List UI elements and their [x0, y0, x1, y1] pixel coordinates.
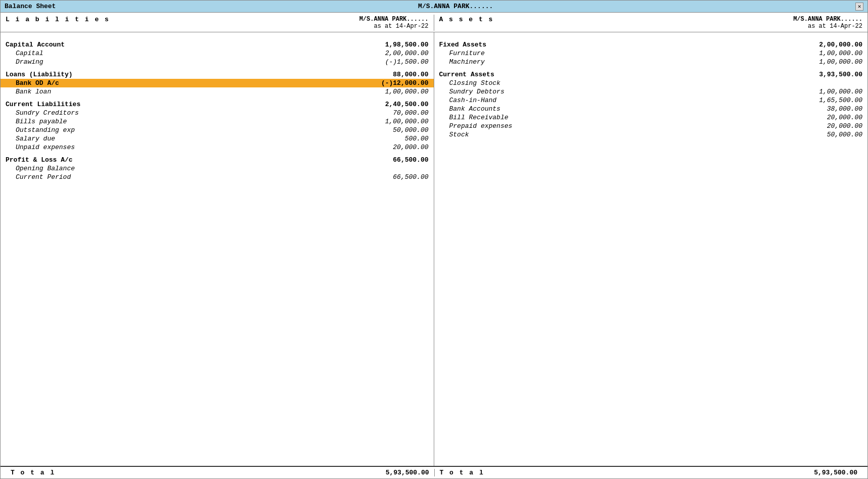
item-value: 20,000.00 — [802, 122, 862, 130]
item-value: 1,00,000.00 — [368, 118, 429, 125]
liabilities-col-header: L i a b i l i t i e s M/S.ANNA PARK.....… — [1, 15, 434, 31]
current-assets-total: 3,93,500.00 — [802, 71, 862, 78]
item-label: Bank OD A/c — [16, 79, 368, 87]
list-item: Machinery1,00,000.00 — [434, 58, 868, 66]
list-item: Cash-in-Hand1,65,500.00 — [434, 96, 868, 105]
assets-label: A s s e t s — [439, 16, 794, 30]
liabilities-total-label: T o t a l — [6, 469, 374, 476]
list-item: Bills payable1,00,000.00 — [1, 117, 434, 126]
list-item: Furniture1,00,000.00 — [434, 49, 868, 58]
item-value: 1,65,500.00 — [802, 97, 862, 104]
item-value: 38,000.00 — [802, 105, 862, 113]
column-headers: L i a b i l i t i e s M/S.ANNA PARK.....… — [1, 13, 867, 32]
current-assets-label: Current Assets — [439, 71, 802, 78]
item-label: Bank Accounts — [449, 105, 802, 113]
list-item: Stock50,000.00 — [434, 130, 868, 139]
liabilities-header: L i a b i l i t i e s M/S.ANNA PARK.....… — [1, 15, 434, 31]
fixed-assets-total: 2,00,000.00 — [802, 41, 862, 49]
section-loans-liability: Loans (Liability)88,000.00 — [1, 70, 434, 79]
assets-company-name: M/S.ANNA PARK...... — [793, 16, 862, 23]
list-item: Prepaid expenses20,000.00 — [434, 122, 868, 130]
liabilities-label: L i a b i l i t i e s — [6, 16, 359, 30]
list-item: Sundry Debtors1,00,000.00 — [434, 87, 868, 96]
list-item: Capital2,00,000.00 — [1, 49, 434, 58]
title-bar: Balance Sheet M/S.ANNA PARK...... ✕ — [1, 1, 867, 13]
list-item: Sundry Creditors70,000.00 — [1, 109, 434, 117]
item-value: 50,000.00 — [368, 126, 429, 134]
item-value: 1,00,000.00 — [802, 50, 862, 57]
item-label: Machinery — [449, 58, 802, 66]
assets-total-value: 5,93,500.00 — [802, 469, 862, 476]
section-profit-loss: Profit & Loss A/c66,500.00 — [1, 156, 434, 164]
item-label: Sundry Creditors — [16, 109, 368, 117]
item-value: 66,500.00 — [368, 173, 429, 181]
item-value: (-)1,500.00 — [368, 58, 429, 66]
profit-loss-label: Profit & Loss A/c — [6, 156, 368, 164]
capital-account-total: 1,98,500.00 — [368, 41, 429, 49]
assets-footer: T o t a l 5,93,500.00 — [434, 469, 863, 476]
item-label: Drawing — [16, 58, 368, 66]
item-label: Unpaid expenses — [16, 143, 368, 151]
item-value: 1,00,000.00 — [802, 58, 862, 66]
liabilities-footer: T o t a l 5,93,500.00 — [6, 469, 434, 476]
assets-col-header: A s s e t s M/S.ANNA PARK...... as at 14… — [434, 15, 868, 31]
assets-total-label: T o t a l — [435, 469, 802, 476]
item-label: Outstanding exp — [16, 126, 368, 134]
item-label: Prepaid expenses — [449, 122, 802, 130]
balance-sheet-window: Balance Sheet M/S.ANNA PARK...... ✕ L i … — [0, 0, 868, 479]
item-value: 1,00,000.00 — [368, 88, 429, 95]
item-value: 500.00 — [368, 135, 429, 142]
window-left-title: Balance Sheet — [5, 3, 56, 10]
section-fixed-assets: Fixed Assets2,00,000.00 — [434, 40, 868, 49]
assets-side: Fixed Assets2,00,000.00Furniture1,00,000… — [434, 32, 868, 466]
item-value — [802, 79, 862, 87]
item-value: 70,000.00 — [368, 109, 429, 117]
item-label: Furniture — [449, 50, 802, 57]
item-label: Bills payable — [16, 118, 368, 125]
item-value: 2,00,000.00 — [368, 50, 429, 57]
item-value: 1,00,000.00 — [802, 88, 862, 95]
section-capital-account: Capital Account1,98,500.00 — [1, 40, 434, 49]
item-label: Stock — [449, 131, 802, 138]
list-item: Outstanding exp50,000.00 — [1, 126, 434, 134]
close-button[interactable]: ✕ — [855, 3, 863, 11]
item-label: Current Period — [16, 173, 368, 181]
fixed-assets-label: Fixed Assets — [439, 41, 802, 49]
list-item[interactable]: Bank OD A/c(-)12,000.00 — [1, 79, 434, 87]
list-item: Bank Accounts38,000.00 — [434, 105, 868, 113]
item-label: Opening Balance — [16, 165, 368, 172]
item-label: Closing Stock — [449, 79, 802, 87]
list-item: Current Period66,500.00 — [1, 173, 434, 181]
profit-loss-total: 66,500.00 — [368, 156, 429, 164]
body-area: Capital Account1,98,500.00Capital2,00,00… — [1, 32, 867, 466]
item-label: Bank loan — [16, 88, 368, 95]
list-item: Closing Stock — [434, 79, 868, 87]
current-liabilities-total: 2,40,500.00 — [368, 101, 429, 108]
item-value: (-)12,000.00 — [368, 79, 429, 87]
assets-header: A s s e t s M/S.ANNA PARK...... as at 14… — [434, 15, 868, 31]
capital-account-label: Capital Account — [6, 41, 368, 49]
footer-row: T o t a l 5,93,500.00 T o t a l 5,93,500… — [1, 466, 867, 478]
liabilities-company-name: M/S.ANNA PARK...... — [359, 16, 429, 23]
list-item: Unpaid expenses20,000.00 — [1, 143, 434, 152]
liabilities-total-value: 5,93,500.00 — [374, 469, 434, 476]
assets-company: M/S.ANNA PARK...... as at 14-Apr-22 — [793, 16, 862, 30]
assets-date: as at 14-Apr-22 — [793, 23, 862, 30]
list-item: Drawing(-)1,500.00 — [1, 58, 434, 66]
item-label: Cash-in-Hand — [449, 97, 802, 104]
item-value: 20,000.00 — [802, 114, 862, 121]
item-value: 50,000.00 — [802, 131, 862, 138]
item-label: Sundry Debtors — [449, 88, 802, 95]
current-liabilities-label: Current Liabilities — [6, 101, 368, 108]
liabilities-company: M/S.ANNA PARK...... as at 14-Apr-22 — [359, 16, 429, 30]
section-current-assets: Current Assets3,93,500.00 — [434, 70, 868, 79]
item-value — [368, 165, 429, 172]
item-label: Bill Receivable — [449, 114, 802, 121]
list-item: Bill Receivable20,000.00 — [434, 113, 868, 122]
list-item: Opening Balance — [1, 164, 434, 173]
item-label: Salary due — [16, 135, 368, 142]
liabilities-side: Capital Account1,98,500.00Capital2,00,00… — [1, 32, 434, 466]
window-title: M/S.ANNA PARK...... — [56, 3, 855, 10]
loans-liability-total: 88,000.00 — [368, 71, 429, 78]
loans-liability-label: Loans (Liability) — [6, 71, 368, 78]
